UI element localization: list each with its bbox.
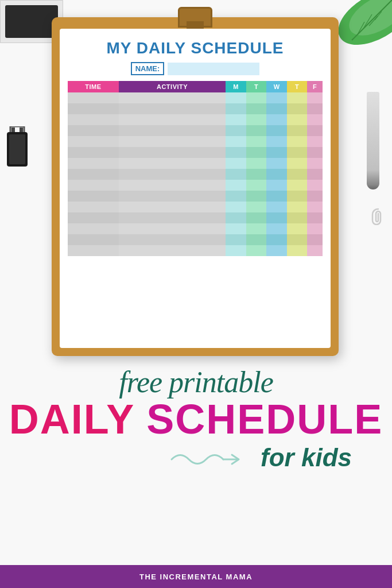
cell-friday bbox=[307, 103, 323, 114]
cell-monday bbox=[226, 114, 246, 125]
table-row bbox=[68, 245, 323, 256]
cell-tuesday bbox=[246, 245, 267, 256]
name-label: NAME: bbox=[131, 62, 165, 75]
cell-friday bbox=[307, 180, 323, 191]
table-row bbox=[68, 114, 323, 125]
binder-clip-decoration bbox=[5, 126, 30, 172]
cell-monday bbox=[226, 92, 246, 103]
cell-wednesday bbox=[266, 202, 287, 212]
table-row bbox=[68, 234, 323, 245]
header-wednesday: W bbox=[266, 81, 287, 92]
cell-monday bbox=[226, 158, 246, 169]
cell-friday bbox=[307, 125, 323, 136]
cell-thursday bbox=[287, 223, 308, 234]
cell-activity bbox=[119, 245, 226, 256]
cell-activity bbox=[119, 202, 226, 212]
cell-thursday bbox=[287, 114, 308, 125]
schedule-rows bbox=[68, 92, 323, 256]
name-row: NAME: bbox=[68, 62, 323, 75]
schedule-text: SCHEDULE bbox=[146, 399, 383, 440]
cell-tuesday bbox=[246, 103, 267, 114]
svg-rect-8 bbox=[9, 134, 25, 164]
cell-wednesday bbox=[266, 114, 287, 125]
clipboard: MY DAILY SCHEDULE NAME: TIME ACTIVITY M … bbox=[52, 17, 339, 356]
cell-thursday bbox=[287, 180, 308, 191]
cell-time bbox=[68, 202, 119, 212]
cell-wednesday bbox=[266, 234, 287, 245]
cell-thursday bbox=[287, 103, 308, 114]
cell-tuesday bbox=[246, 180, 267, 191]
cell-wednesday bbox=[266, 180, 287, 191]
cell-thursday bbox=[287, 92, 308, 103]
cell-monday bbox=[226, 169, 246, 180]
squiggle-arrow-decoration bbox=[169, 442, 249, 473]
cell-monday bbox=[226, 147, 246, 158]
table-row bbox=[68, 169, 323, 180]
header-time: TIME bbox=[68, 81, 119, 92]
header-activity: ACTIVITY bbox=[119, 81, 226, 92]
table-row bbox=[68, 212, 323, 223]
schedule-table: TIME ACTIVITY M T W T F bbox=[68, 81, 323, 256]
cell-monday bbox=[226, 180, 246, 191]
cell-activity bbox=[119, 92, 226, 103]
cell-friday bbox=[307, 136, 323, 147]
cell-tuesday bbox=[246, 223, 267, 234]
table-row bbox=[68, 92, 323, 103]
cell-time bbox=[68, 125, 119, 136]
cell-friday bbox=[307, 212, 323, 223]
cell-friday bbox=[307, 169, 323, 180]
cell-monday bbox=[226, 103, 246, 114]
cell-activity bbox=[119, 136, 226, 147]
cell-time bbox=[68, 212, 119, 223]
cell-time bbox=[68, 245, 119, 256]
cell-time bbox=[68, 234, 119, 245]
cell-tuesday bbox=[246, 158, 267, 169]
daily-schedule-text: DAILY SCHEDULE bbox=[17, 399, 375, 440]
cell-wednesday bbox=[266, 245, 287, 256]
cell-activity bbox=[119, 234, 226, 245]
for-kids-text: for kids bbox=[261, 443, 352, 472]
cell-monday bbox=[226, 191, 246, 202]
cell-time bbox=[68, 223, 119, 234]
cell-wednesday bbox=[266, 147, 287, 158]
cell-time bbox=[68, 103, 119, 114]
cell-tuesday bbox=[246, 191, 267, 202]
cell-thursday bbox=[287, 169, 308, 180]
cell-friday bbox=[307, 147, 323, 158]
header-monday: M bbox=[226, 81, 246, 92]
cell-activity bbox=[119, 169, 226, 180]
cell-tuesday bbox=[246, 169, 267, 180]
cell-time bbox=[68, 147, 119, 158]
cell-time bbox=[68, 158, 119, 169]
cell-friday bbox=[307, 234, 323, 245]
cell-time bbox=[68, 180, 119, 191]
cell-friday bbox=[307, 114, 323, 125]
cell-activity bbox=[119, 103, 226, 114]
cell-activity bbox=[119, 191, 226, 202]
cell-friday bbox=[307, 191, 323, 202]
cell-tuesday bbox=[246, 212, 267, 223]
cell-thursday bbox=[287, 245, 308, 256]
cell-monday bbox=[226, 245, 246, 256]
header-tuesday: T bbox=[246, 81, 267, 92]
cell-tuesday bbox=[246, 147, 267, 158]
cell-tuesday bbox=[246, 92, 267, 103]
table-row bbox=[68, 191, 323, 202]
cell-tuesday bbox=[246, 202, 267, 212]
cell-wednesday bbox=[266, 125, 287, 136]
cell-thursday bbox=[287, 147, 308, 158]
cell-activity bbox=[119, 212, 226, 223]
cell-activity bbox=[119, 180, 226, 191]
paperclip-decoration bbox=[369, 207, 387, 227]
header-thursday: T bbox=[287, 81, 308, 92]
cell-monday bbox=[226, 234, 246, 245]
cell-wednesday bbox=[266, 212, 287, 223]
cell-friday bbox=[307, 158, 323, 169]
daily-text: DAILY bbox=[9, 399, 135, 440]
bottom-text-section: free printable DAILY SCHEDULE for kids bbox=[0, 362, 392, 479]
cell-wednesday bbox=[266, 136, 287, 147]
table-row bbox=[68, 147, 323, 158]
name-input-field bbox=[168, 63, 259, 75]
table-row bbox=[68, 180, 323, 191]
cell-activity bbox=[119, 125, 226, 136]
